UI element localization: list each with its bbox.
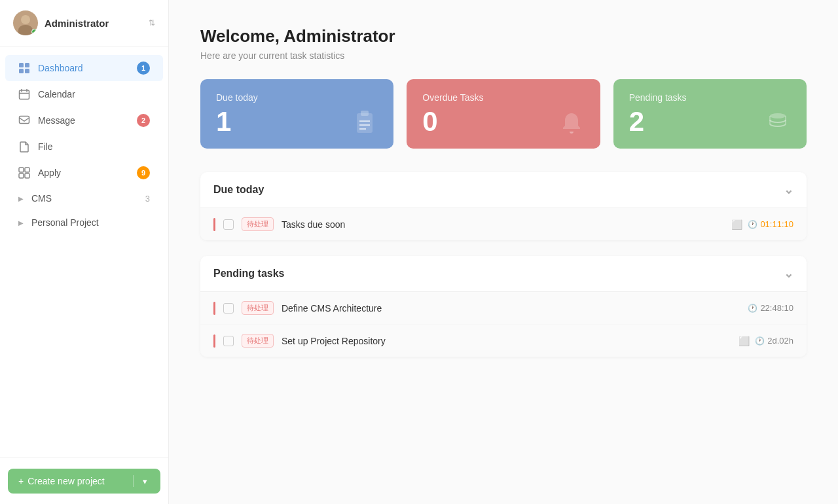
task-checkbox[interactable]: [223, 303, 234, 314]
svg-rect-10: [25, 168, 29, 172]
apply-icon: [18, 167, 30, 179]
collapse-icon[interactable]: ⌄: [784, 266, 793, 281]
task-meta: ⬜ 🕐 2d.02h: [738, 336, 793, 346]
task-item: 待处理 Tasks due soon ⬜ 🕐 01:11:10: [200, 208, 807, 240]
collapse-icon[interactable]: ⌄: [784, 183, 793, 197]
user-profile[interactable]: Administrator ⇅: [0, 0, 168, 46]
pending-tasks-title: Pending tasks: [213, 268, 284, 279]
button-divider: [133, 475, 134, 487]
create-button-label: Create new project: [27, 476, 126, 486]
svg-rect-13: [357, 113, 373, 133]
stat-card-overdue: Overdue Tasks 0: [407, 79, 600, 149]
chevron-updown-icon: ⇅: [149, 18, 155, 27]
sidebar-item-badge: 9: [137, 166, 150, 179]
task-time-value: 2d.02h: [767, 336, 793, 346]
create-project-button[interactable]: + Create new project ▾: [8, 469, 160, 494]
due-today-header[interactable]: Due today ⌄: [200, 172, 807, 208]
online-indicator: [31, 29, 37, 35]
sidebar-group-personal[interactable]: ▶ Personal Project: [5, 211, 163, 234]
sidebar-item-label: Dashboard: [38, 63, 129, 73]
task-title: Define CMS Architecture: [282, 303, 740, 314]
message-icon: [18, 115, 30, 126]
sidebar-item-apply[interactable]: Apply 9: [5, 160, 163, 186]
group-label: Personal Project: [31, 217, 150, 228]
sidebar-group-cms[interactable]: ▶ CMS 3: [5, 187, 163, 210]
due-today-section: Due today ⌄ 待处理 Tasks due soon ⬜ 🕐 01:11…: [200, 172, 807, 240]
task-meta: ⬜ 🕐 01:11:10: [731, 219, 793, 230]
sidebar-item-label: Apply: [38, 168, 129, 178]
clock-icon: 🕐: [748, 304, 757, 313]
group-count: 3: [145, 194, 150, 204]
stat-value: 2: [629, 108, 644, 135]
sidebar-item-calendar[interactable]: Calendar: [5, 82, 163, 107]
user-name: Administrator: [45, 18, 142, 29]
stat-card-pending: Pending tasks 2: [613, 79, 807, 149]
sidebar-item-file[interactable]: File: [5, 134, 163, 159]
chevron-down-icon[interactable]: ▾: [140, 477, 150, 486]
sidebar-footer: + Create new project ▾: [0, 458, 168, 504]
clock-icon: 🕐: [748, 220, 757, 229]
sidebar-item-badge: 2: [137, 114, 150, 127]
task-item: 待处理 Set up Project Repository ⬜ 🕐 2d.02h: [200, 325, 807, 357]
svg-rect-14: [361, 111, 369, 116]
task-status: 待处理: [242, 301, 274, 315]
sidebar-item-label: Message: [38, 115, 129, 126]
calendar-icon: [18, 88, 30, 100]
arrow-right-icon: ▶: [18, 219, 24, 226]
stat-label: Pending tasks: [629, 92, 791, 103]
task-checkbox[interactable]: [223, 219, 234, 230]
clock-icon: 🕐: [755, 336, 765, 346]
avatar: [13, 10, 38, 35]
sidebar-item-label: Calendar: [38, 89, 150, 99]
task-time: 🕐 01:11:10: [748, 219, 793, 229]
bell-icon: [558, 109, 585, 135]
pending-tasks-section: Pending tasks ⌄ 待处理 Define CMS Architect…: [200, 256, 807, 357]
task-title: Set up Project Repository: [282, 336, 731, 346]
plus-icon: +: [18, 476, 24, 486]
task-priority-bar: [213, 218, 215, 231]
task-status: 待处理: [242, 217, 274, 231]
group-label: CMS: [31, 193, 137, 204]
file-icon: [18, 141, 30, 153]
stack-icon: [765, 109, 791, 135]
stat-label: Overdue Tasks: [422, 92, 584, 103]
dashboard-icon: [18, 62, 30, 74]
stat-card-due-today: Due today 1: [200, 79, 393, 149]
sidebar: Administrator ⇅ Dashboard 1: [0, 0, 169, 504]
stats-row: Due today 1 Overdue Tasks 0: [200, 79, 807, 149]
main-content: Welcome, Administrator Here are your cur…: [169, 0, 838, 504]
svg-rect-1: [25, 63, 29, 67]
task-priority-bar: [213, 334, 215, 348]
task-time-value: 22:48:10: [760, 303, 793, 313]
arrow-right-icon: ▶: [18, 195, 24, 202]
doc-icon: ⬜: [731, 219, 742, 230]
svg-rect-8: [20, 117, 29, 124]
due-today-title: Due today: [213, 184, 264, 196]
task-checkbox[interactable]: [223, 336, 234, 346]
sidebar-item-label: File: [38, 141, 150, 152]
clipboard-icon: [352, 109, 378, 135]
task-title: Tasks due soon: [282, 219, 723, 230]
svg-rect-9: [19, 168, 24, 172]
nav-items: Dashboard 1 Calendar: [0, 46, 168, 458]
sidebar-item-message[interactable]: Message 2: [5, 107, 163, 134]
task-time: 🕐 22:48:10: [748, 303, 793, 313]
pending-tasks-header[interactable]: Pending tasks ⌄: [200, 256, 807, 292]
stat-value: 0: [422, 108, 437, 135]
doc-icon: ⬜: [738, 336, 750, 346]
svg-rect-12: [25, 173, 29, 178]
sidebar-item-dashboard[interactable]: Dashboard 1: [5, 55, 163, 81]
task-item: 待处理 Define CMS Architecture 🕐 22:48:10: [200, 292, 807, 325]
svg-rect-11: [19, 173, 24, 178]
welcome-title: Welcome, Administrator: [200, 26, 807, 46]
svg-rect-0: [19, 63, 24, 67]
sidebar-item-badge: 1: [137, 62, 150, 75]
svg-point-18: [770, 113, 786, 118]
task-time-value: 01:11:10: [760, 219, 793, 229]
task-priority-bar: [213, 302, 215, 315]
stat-value: 1: [216, 108, 231, 135]
svg-rect-2: [19, 69, 24, 73]
task-meta: 🕐 22:48:10: [748, 303, 793, 313]
svg-rect-3: [25, 69, 29, 73]
stat-label: Due today: [216, 92, 378, 103]
